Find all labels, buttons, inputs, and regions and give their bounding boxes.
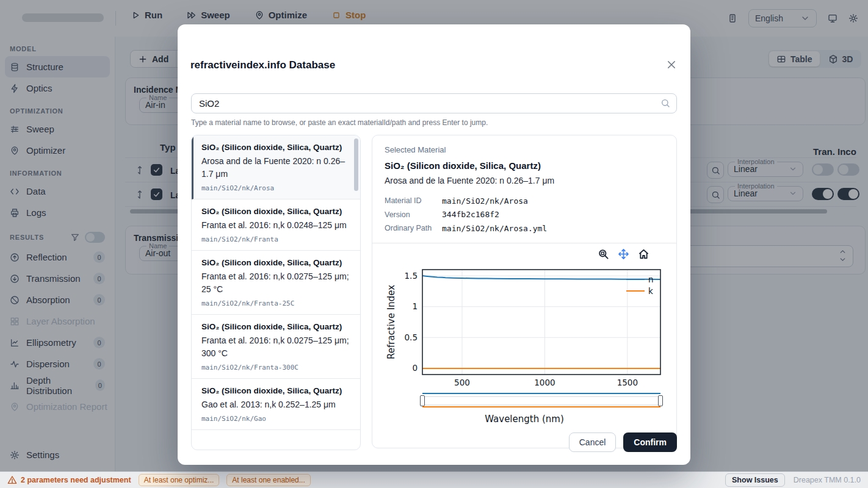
search-hint: Type a material name to browse, or paste… [191,118,488,127]
material-reference: Franta et al. 2016: n,k 0.0275–125 μm; 2… [201,270,352,296]
svg-text:0: 0 [412,363,418,373]
material-reference: Franta et al. 2016: n,k 0.0275–125 μm; 3… [201,334,352,360]
selected-material-title: SiO₂ (Silicon dioxide, Silica, Quartz) [385,160,664,171]
material-path: main/SiO2/nk/Franta [201,235,352,243]
svg-text:Refractive Index: Refractive Index [386,284,397,359]
field-label: Version [385,210,442,219]
material-reference: Franta et al. 2016: n,k 0.0248–125 μm [201,219,352,232]
search-icon [660,98,670,108]
material-path: main/SiO2/nk/Gao [201,415,352,423]
field-value: main/SiO2/nk/Arosa.yml [442,224,547,233]
chart-x-axis-label: Wavelength (nm) [385,414,664,425]
material-reference: Arosa and de la Fuente 2020: n 0.26–1.7 … [201,155,352,181]
status-warning: 2 parameters need adjustment [7,475,131,485]
confirm-button[interactable]: Confirm [623,432,677,452]
svg-text:1000: 1000 [534,378,555,387]
material-title: SiO₂ (Silicon dioxide, Silica, Quartz) [201,207,352,216]
material-path: main/SiO2/nk/Franta-25C [201,300,352,307]
nk-chart[interactable]: 5001000150000.511.5nkRefractive Index [385,261,665,411]
refractiveindex-database-modal: refractiveindex.info Database Type a mat… [178,24,690,465]
svg-text:500: 500 [454,378,470,387]
selected-material-label: Selected Material [385,145,664,154]
field-value: 344fb2c168f2 [442,210,499,219]
issue-pill: At least one enabled... [226,474,310,486]
cancel-button[interactable]: Cancel [569,432,617,452]
pan-icon[interactable] [618,248,629,260]
svg-text:1.5: 1.5 [405,270,418,280]
material-title: SiO₂ (Silicon dioxide, Silica, Quartz) [201,386,352,395]
material-list-item[interactable]: SiO₂ (Silicon dioxide, Silica, Quartz) G… [192,379,360,430]
material-list: SiO₂ (Silicon dioxide, Silica, Quartz) A… [191,135,361,450]
issue-pill: At least one optimiz... [139,474,220,486]
modal-title: refractiveindex.info Database [190,59,335,71]
list-scrollbar[interactable] [354,138,358,191]
material-list-item[interactable]: SiO₂ (Silicon dioxide, Silica, Quartz) F… [192,199,360,251]
material-reference: Gao et al. 2013: n,k 0.252–1.25 μm [201,398,352,411]
material-list-item[interactable]: SiO₂ (Silicon dioxide, Silica, Quartz) F… [192,251,360,315]
svg-text:1500: 1500 [617,378,638,387]
zoom-icon[interactable] [598,248,609,260]
material-title: SiO₂ (Silicon dioxide, Silica, Quartz) [201,322,352,331]
warning-text: 2 parameters need adjustment [21,476,131,484]
field-label: Ordinary Path [385,224,442,232]
app-version: Dreapex TMM 0.1.0 [794,476,861,484]
home-icon[interactable] [638,248,649,260]
material-search-input[interactable] [191,93,677,113]
material-list-item[interactable]: SiO₂ (Silicon dioxide, Silica, Quartz) F… [192,315,360,379]
material-path: main/SiO2/nk/Arosa [201,184,352,192]
selected-material-panel: Selected Material SiO₂ (Silicon dioxide,… [372,135,677,448]
statusbar: 2 parameters need adjustment At least on… [0,472,868,488]
material-title: SiO₂ (Silicon dioxide, Silica, Quartz) [201,143,352,152]
material-path: main/SiO2/nk/Franta-300C [201,364,352,371]
svg-text:n: n [648,274,654,284]
svg-text:0.5: 0.5 [405,332,418,342]
svg-text:k: k [648,285,653,295]
field-label: Material ID [385,196,442,205]
close-icon[interactable] [666,59,677,70]
material-title: SiO₂ (Silicon dioxide, Silica, Quartz) [201,258,352,267]
show-issues-button[interactable]: Show Issues [725,473,785,487]
chart-toolbar [385,248,664,260]
warning-icon [7,475,17,485]
svg-text:1: 1 [412,301,418,311]
material-list-item[interactable]: SiO₂ (Silicon dioxide, Silica, Quartz) A… [192,135,360,199]
selected-material-reference: Arosa and de la Fuente 2020: n 0.26–1.7 … [385,176,664,185]
field-value: main/SiO2/nk/Arosa [442,196,528,206]
